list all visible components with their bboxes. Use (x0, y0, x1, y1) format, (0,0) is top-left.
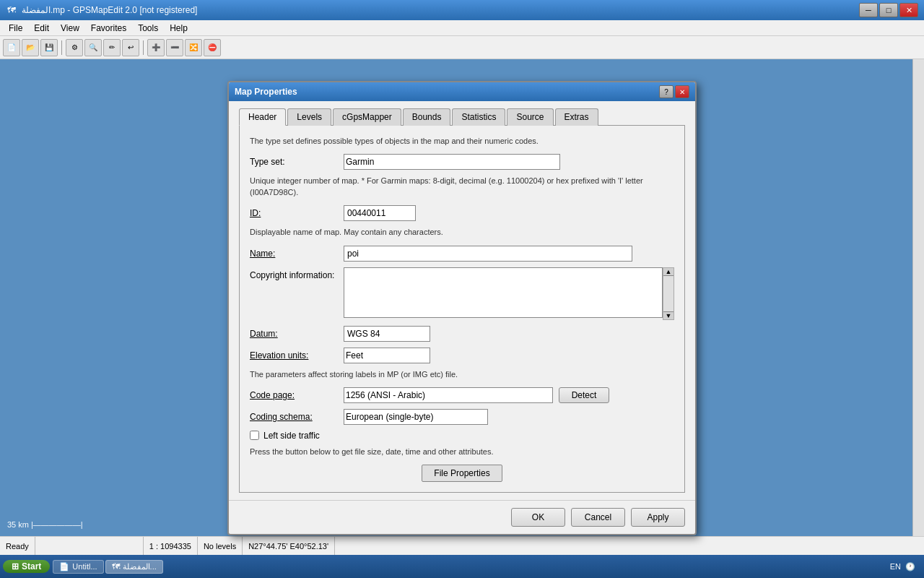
menu-favorites[interactable]: Favorites (85, 22, 132, 35)
tool-8[interactable]: ⛔ (204, 39, 221, 56)
taskbar-item-1-label: Untitl... (72, 562, 97, 571)
tool-7[interactable]: 🔀 (185, 39, 202, 56)
taskbar-item-1[interactable]: 📄 Untitl... (53, 560, 103, 574)
copyright-textarea[interactable] (344, 267, 663, 318)
tab-levels[interactable]: Levels (287, 108, 331, 126)
id-row: ID: (250, 205, 674, 221)
scale-bar: 35 km |——————| (7, 520, 83, 529)
toolbar: 📄 📂 💾 ⚙ 🔍 ✏ ↩ ➕ ➖ 🔀 ⛔ (0, 36, 924, 59)
status-scale: 1 : 1094335 (144, 537, 198, 555)
codepage-label: Code page: (250, 390, 344, 400)
tool-4[interactable]: ↩ (122, 39, 139, 56)
taskbar-items: 📄 Untitl... 🗺 المفضلة... (50, 560, 884, 574)
detect-button[interactable]: Detect (559, 387, 609, 403)
window-title: المفضلة.mp - GPSMapEdit 2.0 [not registe… (22, 5, 197, 15)
menu-view[interactable]: View (55, 22, 85, 35)
start-label: Start (22, 561, 41, 571)
dialog-title-bar: Map Properties ? ✕ (229, 82, 695, 101)
scroll-up-arrow[interactable]: ▲ (663, 268, 674, 276)
copyright-scrollbar[interactable]: ▲ ▼ (663, 267, 674, 320)
tab-statistics[interactable]: Statistics (452, 108, 505, 126)
dialog-help-button[interactable]: ? (659, 85, 674, 98)
tab-cgpsmapper[interactable]: cGpsMapper (333, 108, 401, 126)
typeset-combo-wrapper: Garmin OziExplorer Polish Format (344, 154, 560, 170)
params-info: The parameters affect storing labels in … (250, 369, 674, 380)
leftside-checkbox[interactable] (250, 431, 259, 440)
name-label: Name: (250, 249, 344, 259)
close-button[interactable]: ✕ (899, 3, 918, 17)
save-button[interactable]: 💾 (40, 39, 58, 56)
scroll-down-arrow[interactable]: ▼ (663, 311, 674, 319)
leftside-label: Left side traffic (263, 431, 320, 441)
taskbar-item-2-label: المفضلة... (123, 562, 157, 571)
dialog-close-button[interactable]: ✕ (675, 85, 689, 98)
status-bar: Ready 1 : 1094335 No levels N27°44.75' E… (0, 536, 924, 555)
typeset-row: Type set: Garmin OziExplorer Polish Form… (250, 154, 674, 170)
menu-help[interactable]: Help (164, 22, 193, 35)
title-bar: 🗺 المفضلة.mp - GPSMapEdit 2.0 [not regis… (0, 0, 924, 20)
language-indicator: EN (890, 562, 901, 571)
taskbar: ⊞ Start 📄 Untitl... 🗺 المفضلة... EN 🕐 (0, 555, 924, 578)
name-row: Name: (250, 246, 674, 262)
map-properties-dialog: Map Properties ? ✕ Header Levels cGpsMap… (227, 81, 697, 535)
open-button[interactable]: 📂 (22, 39, 39, 56)
id-label: ID: (250, 208, 344, 218)
maximize-button[interactable]: □ (879, 3, 898, 17)
start-button[interactable]: ⊞ Start (3, 560, 50, 573)
elevation-label: Elevation units: (250, 350, 344, 361)
tab-header[interactable]: Header (239, 108, 286, 126)
tool-6[interactable]: ➖ (166, 39, 183, 56)
datum-input[interactable] (344, 326, 430, 342)
taskbar-item-2-icon: 🗺 (112, 562, 120, 571)
main-scrollbar[interactable] (912, 59, 924, 536)
tab-source[interactable]: Source (507, 108, 553, 126)
typeset-select[interactable]: Garmin OziExplorer Polish Format (344, 154, 560, 170)
coding-combo-wrapper: European (single-byte) Unicode (multi-by… (344, 409, 488, 425)
codepage-row: Code page: 1256 (ANSI - Arabic) 1252 (AN… (250, 387, 674, 403)
coding-row: Coding schema: European (single-byte) Un… (250, 409, 674, 425)
window-controls: ─ □ ✕ (859, 3, 918, 17)
status-ready: Ready (0, 537, 35, 555)
tab-extras[interactable]: Extras (555, 108, 598, 126)
menu-edit[interactable]: Edit (28, 22, 55, 35)
fileprops-info: Press the button below to get file size,… (250, 447, 674, 457)
ok-button[interactable]: OK (511, 508, 565, 527)
tab-bounds[interactable]: Bounds (403, 108, 451, 126)
leftside-row: Left side traffic (250, 431, 674, 441)
copyright-row: Copyright information: ▲ ▼ (250, 267, 674, 320)
status-empty (35, 537, 144, 555)
new-button[interactable]: 📄 (3, 39, 20, 56)
codepage-select[interactable]: 1256 (ANSI - Arabic) 1252 (ANSI - Latin)… (344, 387, 553, 403)
tool-5[interactable]: ➕ (147, 39, 165, 56)
menu-file[interactable]: File (3, 22, 28, 35)
main-map-area: 35 km |——————| Map Properties ? ✕ Header… (0, 59, 924, 536)
elevation-combo-wrapper: Feet Meters (344, 348, 430, 363)
id-info: Unique integer number of map. * For Garm… (250, 176, 674, 198)
status-levels: No levels (198, 537, 243, 555)
name-info: Displayable name of map. May contain any… (250, 227, 674, 238)
menu-bar: File Edit View Favorites Tools Help (0, 20, 924, 36)
name-input[interactable] (344, 246, 632, 262)
dialog-title: Map Properties (235, 87, 297, 97)
cancel-button[interactable]: Cancel (571, 508, 625, 527)
taskbar-item-2[interactable]: 🗺 المفضلة... (105, 560, 163, 574)
copyright-wrapper: ▲ ▼ (344, 267, 674, 320)
windows-logo: ⊞ (12, 561, 19, 571)
datum-row: Datum: (250, 326, 674, 342)
id-input[interactable] (344, 205, 416, 221)
typeset-info: The type set defines possible types of o… (250, 136, 674, 147)
elevation-select[interactable]: Feet Meters (344, 348, 430, 363)
coding-label: Coding schema: (250, 412, 344, 422)
apply-button[interactable]: Apply (631, 508, 685, 527)
tool-1[interactable]: ⚙ (66, 39, 83, 56)
dialog-tabs: Header Levels cGpsMapper Bounds Statisti… (239, 108, 685, 126)
minimize-button[interactable]: ─ (859, 3, 878, 17)
tool-3[interactable]: ✏ (103, 39, 121, 56)
coding-select[interactable]: European (single-byte) Unicode (multi-by… (344, 409, 488, 425)
datum-label: Datum: (250, 329, 344, 339)
menu-tools[interactable]: Tools (132, 22, 164, 35)
tool-2[interactable]: 🔍 (84, 39, 102, 56)
typeset-label: Type set: (250, 157, 344, 167)
file-properties-button[interactable]: File Properties (422, 465, 502, 482)
app-icon: 🗺 (6, 4, 17, 16)
